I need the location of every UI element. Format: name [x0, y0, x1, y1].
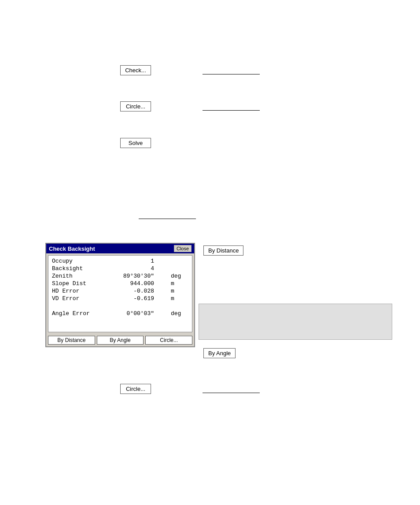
check-button-top[interactable]: Check... — [120, 65, 151, 75]
dialog-row-vd-error: VD Error -0.619 m — [52, 295, 188, 302]
zenith-value: 89°30'30" — [114, 273, 154, 279]
dialog-row-backsight: Backsight 4 — [52, 265, 188, 272]
dialog-content[interactable]: Occupy 1 Backsight 4 Zenith 89°30'30" de… — [48, 255, 192, 332]
dialog-footer: By Distance By Angle Circle... — [46, 334, 194, 346]
dialog-close-button[interactable]: Close — [174, 245, 192, 252]
zenith-unit: deg — [171, 273, 188, 279]
check-backsight-dialog: Check Backsight Close Occupy 1 Backsight… — [45, 243, 195, 347]
hd-error-value: -0.028 — [114, 288, 154, 294]
slope-dist-value: 944.000 — [114, 280, 154, 287]
dialog-title: Check Backsight — [49, 245, 95, 252]
by-angle-btn-label[interactable]: By Angle — [203, 348, 236, 358]
zenith-label: Zenith — [52, 273, 100, 279]
circle-field-top — [203, 104, 260, 111]
by-distance-button-inner[interactable]: By Distance — [48, 336, 95, 345]
dialog-row-spacer — [52, 302, 188, 310]
slope-dist-label: Slope Dist — [52, 280, 100, 287]
dialog-row-zenith: Zenith 89°30'30" deg — [52, 272, 188, 280]
dialog-titlebar: Check Backsight Close — [46, 244, 194, 253]
occupy-label: Occupy — [52, 258, 100, 264]
solve-button[interactable]: Solve — [120, 138, 151, 148]
dialog-row-angle-error: Angle Error 0°00'03" deg — [52, 310, 188, 317]
dialog-row-occupy: Occupy 1 — [52, 257, 188, 265]
by-angle-button-inner[interactable]: By Angle — [97, 336, 144, 345]
by-distance-btn-label[interactable]: By Distance — [203, 245, 243, 256]
circle-button-inner[interactable]: Circle... — [145, 336, 192, 345]
check-field-top — [203, 67, 260, 74]
dialog-row-hd-error: HD Error -0.028 m — [52, 287, 188, 295]
vd-error-unit: m — [171, 295, 188, 302]
vd-error-value: -0.619 — [114, 295, 154, 302]
gray-text-area — [199, 304, 392, 340]
angle-error-label: Angle Error — [52, 310, 100, 317]
hd-error-unit: m — [171, 288, 188, 294]
middle-field — [139, 212, 196, 219]
angle-error-unit: deg — [171, 310, 188, 317]
slope-dist-unit: m — [171, 280, 188, 287]
vd-error-label: VD Error — [52, 295, 100, 302]
backsight-label: Backsight — [52, 265, 100, 272]
hd-error-label: HD Error — [52, 288, 100, 294]
circle-button-top[interactable]: Circle... — [120, 101, 151, 111]
by-angle-button-outer[interactable]: By Angle — [203, 348, 236, 358]
dialog-row-slope-dist: Slope Dist 944.000 m — [52, 280, 188, 287]
by-distance-button-outer[interactable]: By Distance — [203, 245, 243, 256]
occupy-value: 1 — [114, 258, 154, 264]
angle-error-value: 0°00'03" — [114, 310, 154, 317]
backsight-value: 4 — [114, 265, 154, 272]
circle-field-bottom — [203, 386, 260, 393]
circle-button-bottom[interactable]: Circle... — [120, 384, 151, 394]
